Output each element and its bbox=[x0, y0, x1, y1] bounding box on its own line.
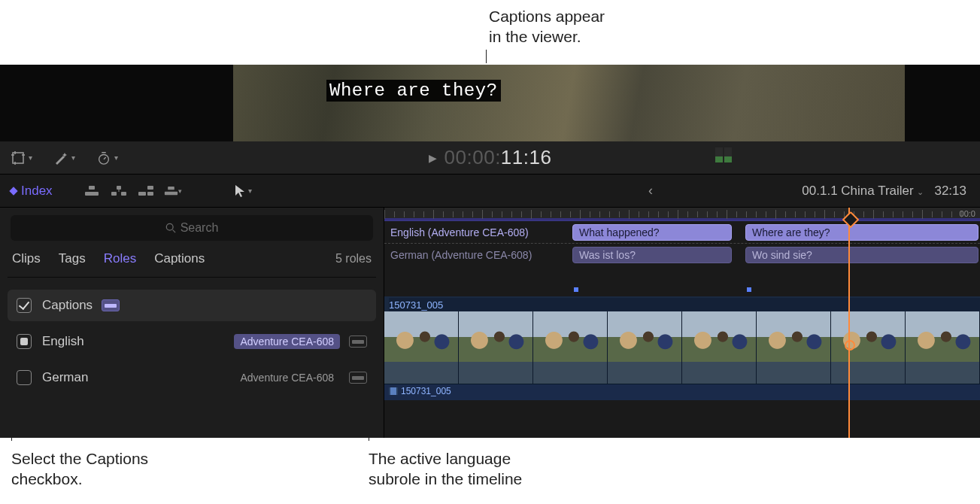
caption-lane-toggle-icon[interactable] bbox=[102, 299, 120, 311]
caption-lane-toggle-icon[interactable] bbox=[349, 335, 367, 348]
role-german[interactable]: German Adventure CEA-608 bbox=[8, 362, 376, 393]
filmstrip bbox=[384, 311, 980, 384]
marker-icon[interactable] bbox=[747, 287, 751, 292]
marker-icon[interactable] bbox=[574, 287, 578, 292]
caption-clip[interactable]: Where are they? bbox=[745, 224, 978, 241]
diamond-icon bbox=[9, 187, 17, 195]
annotation-bottom-left: Select the Captions checkbox. bbox=[11, 448, 148, 490]
insert-clip-icon[interactable] bbox=[110, 184, 128, 198]
playhead[interactable] bbox=[848, 208, 850, 438]
tab-clips[interactable]: Clips bbox=[12, 251, 41, 266]
film-icon bbox=[389, 387, 398, 395]
viewer-video-frame bbox=[233, 65, 905, 141]
project-duration: 32:13 bbox=[934, 184, 966, 199]
video-clip-title: 150731_005 bbox=[389, 298, 980, 312]
svg-rect-5 bbox=[121, 192, 126, 196]
svg-point-12 bbox=[166, 223, 173, 230]
search-placeholder: Search bbox=[181, 221, 219, 235]
annotation-bottom-right: The active language subrole in the timel… bbox=[369, 448, 522, 490]
tab-captions[interactable]: Captions bbox=[154, 251, 205, 266]
caption-clip[interactable]: Was ist los? bbox=[572, 247, 732, 263]
search-input[interactable]: Search bbox=[11, 215, 373, 241]
roles-list: Captions English Adventure CEA-608 Germa… bbox=[8, 278, 376, 393]
svg-rect-7 bbox=[138, 192, 146, 196]
caption-clip[interactable]: Wo sind sie? bbox=[745, 247, 978, 263]
audio-clip-title: 150731_005 bbox=[401, 386, 451, 396]
timecode-lit: 11:16 bbox=[501, 146, 552, 169]
retime-tool-icon[interactable]: ▾ bbox=[96, 150, 118, 165]
timeline-ruler[interactable]: 00:0 bbox=[384, 208, 980, 221]
timecode-dim: 00:00: bbox=[444, 146, 501, 169]
role-captions[interactable]: Captions bbox=[8, 290, 376, 321]
svg-rect-2 bbox=[85, 192, 99, 196]
svg-rect-4 bbox=[111, 192, 117, 196]
audio-meters bbox=[715, 147, 732, 162]
svg-rect-6 bbox=[117, 186, 121, 190]
role-subrole-badge: Adventure CEA-608 bbox=[234, 370, 340, 385]
overwrite-clip-icon[interactable]: ▾ bbox=[164, 184, 182, 198]
index-button[interactable]: Index bbox=[11, 184, 53, 199]
svg-rect-3 bbox=[89, 186, 95, 190]
timeline-toolbar: Index ▾ ▾ ‹ 00.1.1 China Trailer ⌄ 32:13 bbox=[0, 175, 980, 208]
lane-label: German (Adventure CEA-608) bbox=[390, 249, 562, 261]
play-icon[interactable]: ▶ bbox=[429, 152, 437, 164]
enhance-tool-icon[interactable]: ▾ bbox=[53, 150, 75, 165]
caption-lane-german[interactable]: German (Adventure CEA-608) Was ist los? … bbox=[384, 244, 980, 266]
audio-clip[interactable]: 150731_005 bbox=[384, 384, 980, 400]
caption-clip[interactable]: What happened? bbox=[572, 224, 732, 241]
svg-rect-10 bbox=[164, 191, 177, 194]
back-icon[interactable]: ‹ bbox=[648, 183, 653, 199]
video-clip[interactable]: 150731_005 bbox=[384, 296, 980, 384]
svg-rect-9 bbox=[147, 186, 153, 190]
captions-checkbox[interactable] bbox=[17, 298, 32, 313]
svg-rect-0 bbox=[13, 153, 23, 163]
annotation-top: Captions appear in the viewer. bbox=[489, 6, 605, 47]
svg-rect-15 bbox=[396, 387, 398, 395]
role-english[interactable]: English Adventure CEA-608 bbox=[8, 326, 376, 357]
svg-rect-14 bbox=[389, 387, 390, 395]
caption-lane-english[interactable]: English (Adventure CEA-608) What happene… bbox=[384, 221, 980, 244]
tab-tags[interactable]: Tags bbox=[59, 251, 86, 266]
transport-toolbar: ▾ ▾ ▾ ▶ 00:00:11:16 bbox=[0, 141, 980, 175]
viewer-panel: Where are they? bbox=[0, 65, 980, 141]
svg-rect-8 bbox=[147, 192, 153, 196]
role-label: Captions bbox=[42, 298, 93, 313]
append-clip-icon[interactable] bbox=[137, 184, 155, 198]
role-subrole-badge: Adventure CEA-608 bbox=[234, 334, 340, 349]
select-tool[interactable]: ▾ bbox=[235, 184, 252, 198]
crop-tool-icon[interactable]: ▾ bbox=[11, 150, 32, 165]
viewer-caption-overlay: Where are they? bbox=[326, 80, 501, 102]
english-checkbox[interactable] bbox=[17, 334, 32, 349]
roles-count: 5 roles bbox=[335, 252, 372, 266]
svg-rect-11 bbox=[168, 186, 174, 189]
role-label: English bbox=[42, 334, 84, 349]
index-tabs: Clips Tags Roles Captions 5 roles bbox=[8, 251, 376, 278]
timeline-panel[interactable]: 00:0 English (Adventure CEA-608) What ha… bbox=[384, 208, 980, 438]
lane-label: English (Adventure CEA-608) bbox=[390, 226, 562, 238]
timeline-gap bbox=[384, 266, 980, 296]
connect-clip-icon[interactable] bbox=[83, 184, 101, 198]
project-name[interactable]: 00.1.1 China Trailer ⌄ bbox=[802, 184, 924, 199]
timecode-display[interactable]: ▶ 00:00:11:16 bbox=[429, 146, 552, 169]
tab-roles[interactable]: Roles bbox=[104, 251, 136, 266]
german-checkbox[interactable] bbox=[17, 370, 32, 385]
role-label: German bbox=[42, 370, 88, 385]
caption-lane-toggle-icon[interactable] bbox=[349, 372, 367, 384]
app-window: Where are they? ▾ ▾ ▾ ▶ 00:00:11:16 Inde… bbox=[0, 65, 980, 438]
index-sidebar: Search Clips Tags Roles Captions 5 roles… bbox=[0, 208, 384, 438]
